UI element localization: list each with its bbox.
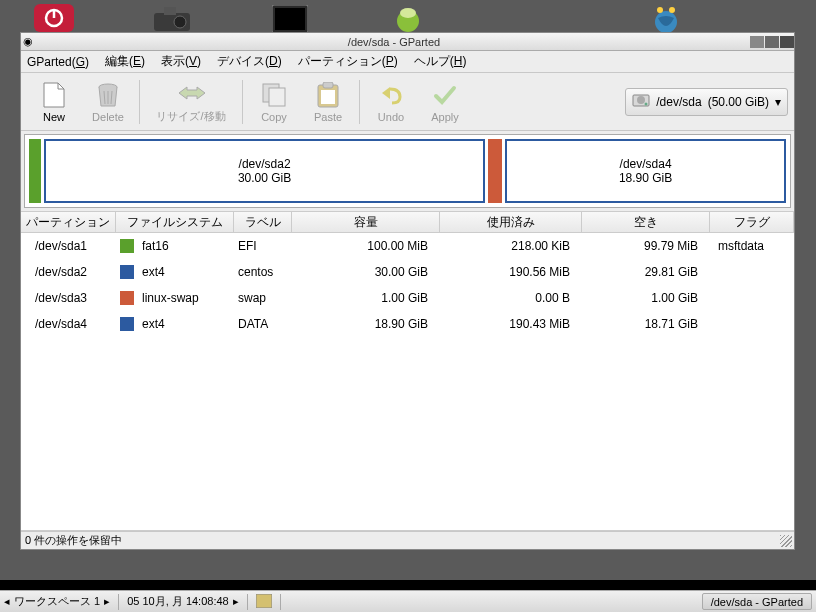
cell-label: swap (234, 291, 292, 305)
undo-button: Undo (364, 76, 418, 128)
table-row[interactable]: /dev/sda2ext4centos30.00 GiB190.56 MiB29… (21, 259, 794, 285)
col-used[interactable]: 使用済み (440, 212, 582, 232)
window-title: /dev/sda - GParted (39, 36, 749, 48)
delete-button: Delete (81, 76, 135, 128)
menu-partition[interactable]: パーティション(P) (298, 53, 398, 70)
separator (242, 80, 243, 124)
svg-rect-25 (256, 594, 272, 608)
cell-used: 190.43 MiB (440, 317, 582, 331)
svg-rect-21 (321, 90, 335, 104)
slice-size: 18.90 GiB (619, 171, 672, 185)
slice-size: 30.00 GiB (238, 171, 291, 185)
svg-point-24 (645, 103, 648, 106)
menubar: GParted(G) 編集(E) 表示(V) デバイス(D) パーティション(P… (21, 51, 794, 73)
cell-filesystem: ext4 (116, 317, 234, 331)
svg-point-12 (669, 7, 675, 13)
cell-free: 18.71 GiB (582, 317, 710, 331)
copy-icon (260, 81, 288, 109)
slice-sda1[interactable] (29, 139, 41, 203)
maximize-button[interactable] (765, 36, 779, 48)
close-button[interactable] (780, 36, 794, 48)
disk-graphic[interactable]: /dev/sda2 30.00 GiB /dev/sda4 18.90 GiB (24, 134, 791, 208)
svg-point-9 (400, 8, 416, 18)
desktop-icons (30, 4, 690, 34)
col-flags[interactable]: フラグ (710, 212, 794, 232)
device-size: (50.00 GiB) (708, 95, 769, 109)
taskbar-app[interactable]: /dev/sda - GParted (702, 593, 812, 610)
arrow-left-icon[interactable]: ◂ (4, 595, 10, 608)
arrow-right-icon[interactable]: ▸ (104, 595, 110, 608)
chevron-down-icon: ▾ (775, 95, 781, 109)
cell-free: 29.81 GiB (582, 265, 710, 279)
titlebar[interactable]: ◉ /dev/sda - GParted (21, 33, 794, 51)
menu-help[interactable]: ヘルプ(H) (414, 53, 467, 70)
undo-icon (377, 81, 405, 109)
gparted-window: ◉ /dev/sda - GParted GParted(G) 編集(E) 表示… (20, 32, 795, 550)
menu-gparted[interactable]: GParted(G) (27, 55, 89, 69)
fs-color-icon (120, 265, 134, 279)
toolbar: New Delete リサイズ/移動 Copy Paste Undo Apply… (21, 73, 794, 131)
resize-button: リサイズ/移動 (144, 76, 238, 128)
cell-label: EFI (234, 239, 292, 253)
table-row[interactable]: /dev/sda1fat16EFI100.00 MiB218.00 KiB99.… (21, 233, 794, 259)
separator (139, 80, 140, 124)
minimize-button[interactable] (750, 36, 764, 48)
fs-color-icon (120, 291, 134, 305)
cell-free: 99.79 MiB (582, 239, 710, 253)
resize-icon (177, 79, 205, 107)
cell-label: centos (234, 265, 292, 279)
cell-flags: msftdata (710, 239, 794, 253)
device-selector[interactable]: /dev/sda (50.00 GiB) ▾ (625, 88, 788, 116)
cell-used: 190.56 MiB (440, 265, 582, 279)
new-button[interactable]: New (27, 76, 81, 128)
clock[interactable]: 05 10月, 月 14:08:48 (127, 594, 229, 609)
col-partition[interactable]: パーティション (21, 212, 116, 232)
apply-icon (431, 81, 459, 109)
poweroff-icon[interactable] (30, 4, 78, 34)
col-size[interactable]: 容量 (292, 212, 440, 232)
new-icon (40, 81, 68, 109)
globe-icon[interactable] (642, 4, 690, 34)
svg-point-23 (637, 96, 645, 104)
cell-partition: /dev/sda4 (21, 317, 116, 331)
svg-rect-18 (269, 88, 285, 106)
table-header: パーティション ファイルシステム ラベル 容量 使用済み 空き フラグ (21, 211, 794, 233)
table-row[interactable]: /dev/sda4ext4DATA18.90 GiB190.43 MiB18.7… (21, 311, 794, 337)
cell-filesystem: ext4 (116, 265, 234, 279)
workspace-label[interactable]: ワークスペース 1 (14, 594, 100, 609)
menu-view[interactable]: 表示(V) (161, 53, 201, 70)
resize-grip[interactable] (780, 535, 792, 547)
slice-name: /dev/sda4 (620, 157, 672, 171)
cell-partition: /dev/sda3 (21, 291, 116, 305)
camera-icon[interactable] (148, 4, 196, 34)
slice-sda4[interactable]: /dev/sda4 18.90 GiB (505, 139, 786, 203)
svg-point-5 (174, 16, 186, 28)
cell-filesystem: linux-swap (116, 291, 234, 305)
arrow-right-icon[interactable]: ▸ (233, 595, 239, 608)
copy-button: Copy (247, 76, 301, 128)
harddisk-icon (632, 92, 650, 111)
cell-size: 1.00 GiB (292, 291, 440, 305)
cell-size: 100.00 MiB (292, 239, 440, 253)
fs-color-icon (120, 317, 134, 331)
tray-icon[interactable] (256, 594, 272, 610)
cell-label: DATA (234, 317, 292, 331)
cell-partition: /dev/sda2 (21, 265, 116, 279)
col-label[interactable]: ラベル (234, 212, 292, 232)
slice-sda3[interactable] (488, 139, 502, 203)
terminal-icon[interactable] (266, 4, 314, 34)
app-icon[interactable] (384, 4, 432, 34)
cell-filesystem: fat16 (116, 239, 234, 253)
menu-edit[interactable]: 編集(E) (105, 53, 145, 70)
taskbar: ◂ ワークスペース 1 ▸ 05 10月, 月 14:08:48 ▸ /dev/… (0, 590, 816, 612)
col-filesystem[interactable]: ファイルシステム (116, 212, 234, 232)
slice-sda2[interactable]: /dev/sda2 30.00 GiB (44, 139, 485, 203)
svg-point-11 (657, 7, 663, 13)
svg-rect-4 (164, 7, 176, 15)
col-free[interactable]: 空き (582, 212, 710, 232)
apply-button: Apply (418, 76, 472, 128)
table-row[interactable]: /dev/sda3linux-swapswap1.00 GiB0.00 B1.0… (21, 285, 794, 311)
slice-name: /dev/sda2 (239, 157, 291, 171)
menu-device[interactable]: デバイス(D) (217, 53, 282, 70)
svg-rect-20 (323, 82, 333, 88)
